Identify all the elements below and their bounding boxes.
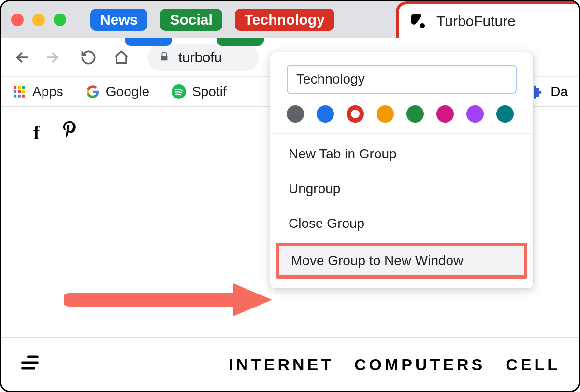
annotation-arrow-icon <box>64 280 272 319</box>
svg-rect-7 <box>14 94 16 97</box>
address-bar[interactable]: turbofu <box>147 44 259 71</box>
menu-new-tab-in-group[interactable]: New Tab in Group <box>270 137 533 171</box>
google-icon <box>86 84 100 99</box>
bookmark-google[interactable]: Google <box>86 84 149 99</box>
color-orange[interactable] <box>377 105 394 123</box>
tab-group-technology[interactable]: Technology <box>235 9 334 31</box>
svg-rect-6 <box>22 90 25 93</box>
menu-ungroup[interactable]: Ungroup <box>270 171 533 206</box>
color-blue[interactable] <box>317 105 334 123</box>
bookmark-apps[interactable]: Apps <box>12 84 63 99</box>
window-minimize-button[interactable] <box>32 14 45 26</box>
group-name-input[interactable] <box>287 65 517 94</box>
bookmark-label: Spotif <box>192 84 227 99</box>
svg-point-0 <box>420 23 425 28</box>
tab-group-context-menu: New Tab in Group Ungroup Close Group Mov… <box>270 52 534 289</box>
group-color-picker <box>287 105 517 123</box>
color-pink[interactable] <box>436 105 454 123</box>
svg-rect-9 <box>22 94 25 97</box>
active-tab[interactable]: TurboFuture <box>396 1 580 38</box>
svg-rect-5 <box>18 90 21 93</box>
svg-rect-1 <box>14 86 16 89</box>
back-button[interactable] <box>10 45 35 70</box>
pinterest-icon[interactable] <box>62 121 77 146</box>
color-grey[interactable] <box>287 105 304 123</box>
window-maximize-button[interactable] <box>54 14 66 26</box>
tab-group-news[interactable]: News <box>90 9 147 31</box>
svg-rect-3 <box>22 86 25 89</box>
bookmark-spotify[interactable]: Spotif <box>172 84 227 99</box>
menu-close-group[interactable]: Close Group <box>270 206 533 241</box>
nav-computers[interactable]: COMPUTERS <box>354 355 485 374</box>
menu-move-group-to-new-window[interactable]: Move Group to New Window <box>276 243 527 279</box>
window-controls <box>11 14 66 26</box>
svg-rect-2 <box>18 86 21 89</box>
facebook-icon[interactable]: f <box>33 121 40 146</box>
active-tab-title: TurboFuture <box>436 13 516 29</box>
svg-marker-12 <box>233 283 272 316</box>
window-close-button[interactable] <box>11 14 24 26</box>
hamburger-menu-icon[interactable] <box>20 354 40 375</box>
color-green[interactable] <box>406 105 424 123</box>
tab-strip: News Social Technology TurboFuture <box>1 1 579 38</box>
lock-icon <box>159 50 170 65</box>
home-button[interactable] <box>109 45 134 70</box>
bookmarks-right-cutoff: Da <box>528 84 568 99</box>
site-navigation: INTERNET COMPUTERS CELL <box>1 337 579 391</box>
spotify-icon <box>172 84 186 99</box>
address-text: turbofu <box>178 49 222 66</box>
color-red[interactable] <box>347 105 364 123</box>
bookmark-label-cutoff: Da <box>551 84 568 99</box>
forward-button[interactable] <box>39 45 64 70</box>
nav-internet[interactable]: INTERNET <box>229 355 334 374</box>
collapsed-groups-peek <box>125 38 264 46</box>
color-purple[interactable] <box>466 105 484 123</box>
bookmark-label: Google <box>106 84 149 99</box>
tab-group-social[interactable]: Social <box>160 9 222 31</box>
bookmark-label: Apps <box>32 84 63 99</box>
apps-icon <box>12 84 27 99</box>
tab-groups-row: News Social Technology <box>90 9 334 31</box>
svg-rect-8 <box>18 94 21 97</box>
color-cyan[interactable] <box>496 105 514 123</box>
nav-cell[interactable]: CELL <box>506 355 560 374</box>
reload-button[interactable] <box>76 45 101 70</box>
social-share-row: f <box>33 121 77 146</box>
turbofuture-favicon-icon <box>409 13 427 30</box>
svg-rect-4 <box>14 90 16 93</box>
